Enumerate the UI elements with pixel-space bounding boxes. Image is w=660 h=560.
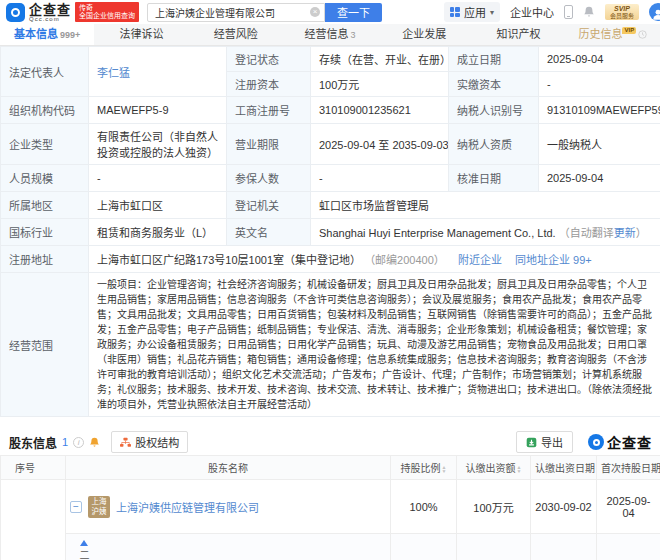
same-address-link[interactable]: 同地址企业 99+ <box>515 254 592 266</box>
scope-label: 经营范围 <box>1 273 89 417</box>
legal-rep-link[interactable]: 李仁猛 <box>97 67 130 79</box>
info-icon[interactable]: i <box>73 437 84 448</box>
taxpayer-id-label: 纳税人识别号 <box>449 97 539 124</box>
promo-line2: 全国企业信用查询 <box>79 12 135 20</box>
section-tab-bar: 基本信息999+ 法律诉讼 经营风险 经营信息3 企业发展 知识产权 历史信息V… <box>0 24 660 46</box>
level-label: 二级股东 <box>76 550 91 560</box>
tab-development[interactable]: 企业发展 <box>377 24 471 45</box>
export-button[interactable]: 导出 <box>516 431 573 453</box>
est-date-value: 2025-09-04 <box>539 47 660 72</box>
col-name: 股东名称 <box>66 456 391 480</box>
sort-amount-icon[interactable]: ▲▼ <box>517 465 522 473</box>
shareholder-ratio: 100% <box>391 480 457 534</box>
tab-ip[interactable]: 知识产权 <box>471 24 565 45</box>
translate-update-link[interactable]: 更新 <box>614 227 636 239</box>
col-amount-label: 认缴出资额 <box>466 463 516 474</box>
approval-date-label: 核准日期 <box>449 165 539 192</box>
sub-shareholder-ratio: 100% <box>391 534 457 560</box>
search-input[interactable] <box>155 7 310 18</box>
clock-icon <box>638 30 647 39</box>
tab-basic-info-badge: 999+ <box>60 30 80 40</box>
org-chart-icon <box>120 437 131 448</box>
export-label: 导出 <box>541 434 563 450</box>
tab-operation-info[interactable]: 经营信息3 <box>283 24 377 45</box>
insured-value: - <box>311 165 449 192</box>
paid-capital-value: - <box>539 72 660 97</box>
sub-shareholder-first-date <box>597 534 660 560</box>
shareholders-title: 股东信息 <box>9 434 57 451</box>
auto-translate-prefix: （自动翻译 <box>559 227 614 239</box>
tab-basic-info[interactable]: 基本信息999+ <box>0 24 94 45</box>
address-cell: 上海市虹口区广纪路173号10层1001室（集中登记地） （邮编200400） … <box>89 246 660 273</box>
taxpayer-quality-label: 纳税人资质 <box>449 124 539 165</box>
op-period-value: 2025-09-04 至 2035-09-03 <box>311 124 449 165</box>
equity-structure-button[interactable]: 股权结构 <box>111 431 188 453</box>
tab-risk-label: 经营风险 <box>214 28 258 40</box>
tab-risk[interactable]: 经营风险 <box>189 24 283 45</box>
op-period-label: 营业期限 <box>227 124 311 165</box>
tab-operation-label: 经营信息 <box>304 28 348 40</box>
search-button[interactable]: 查一下 <box>325 3 382 22</box>
shareholders-count: 1 <box>62 436 68 448</box>
sort-ratio-icon[interactable]: ▲▼ <box>442 465 447 473</box>
insured-label: 参保人数 <box>227 165 311 192</box>
col-first-label: 首次持股日期 <box>601 463 660 474</box>
clear-icon[interactable]: × <box>310 7 320 17</box>
tab-legal[interactable]: 法律诉讼 <box>94 24 188 45</box>
export-icon <box>526 437 537 448</box>
qcc-logo[interactable]: 企查查 Qcc.com <box>6 3 71 22</box>
address-value: 上海市虹口区广纪路173号10层1001室（集中登记地） <box>97 254 361 266</box>
col-date: 认缴出资日期▲▼ <box>531 456 597 480</box>
qcc-watermark-icon <box>588 434 604 450</box>
qcc-watermark-text: 企查查 <box>607 432 652 452</box>
shareholder-date: 2030-09-02 <box>531 480 597 534</box>
staff-size-label: 人员规模 <box>1 165 89 192</box>
apps-menu[interactable]: 应用 ▾ <box>444 2 500 22</box>
col-ratio-label: 持股比例 <box>401 463 441 474</box>
reg-status-value: 存续（在营、开业、在册） <box>311 47 449 72</box>
tab-ip-label: 知识产权 <box>497 28 541 40</box>
tab-history[interactable]: 历史信息VIP <box>566 24 660 45</box>
qcc-watermark: 企查查 <box>588 432 652 452</box>
legal-rep-label: 法定代表人 <box>1 47 89 97</box>
biz-reg-no-label: 工商注册号 <box>227 97 311 124</box>
top-bar: 企查查 Qcc.com 传奇 全国企业信用查询 × 查一下 应用 ▾ 企业中心 … <box>0 0 660 24</box>
reg-capital-label: 注册资本 <box>227 72 311 97</box>
shareholder-row-no: 1 <box>1 480 66 560</box>
svip-member-badge[interactable]: SVIP 会员服务 <box>605 4 639 20</box>
taxpayer-quality-value: 一般纳税人 <box>539 124 660 165</box>
user-avatar[interactable] <box>649 3 660 21</box>
tab-history-label: 历史信息 <box>578 28 622 40</box>
enterprise-center-link[interactable]: 企业中心 <box>510 4 554 20</box>
sub-shareholder-date: 2029-03-13 <box>531 534 597 560</box>
chevron-down-icon: ▾ <box>490 8 494 17</box>
tab-operation-badge: 3 <box>350 30 355 40</box>
collapse-triangle-icon[interactable] <box>80 540 88 546</box>
promo-badge: 传奇 全国企业信用查询 <box>75 2 139 23</box>
paid-capital-label: 实缴资本 <box>449 72 539 97</box>
collapse-box-icon[interactable]: − <box>70 501 82 513</box>
apps-grid-icon <box>450 7 460 17</box>
tab-basic-info-label: 基本信息 <box>14 28 58 40</box>
org-code-value: MAEWEFP5-9 <box>89 97 227 124</box>
staff-size-value: - <box>89 165 227 192</box>
company-logo-badge: 上海 沪姨 <box>88 496 110 518</box>
region-label: 所属地区 <box>1 192 89 219</box>
org-code-label: 组织机构代码 <box>1 97 89 124</box>
nearby-companies-link[interactable]: 附近企业 <box>458 254 502 266</box>
monitor-bell-icon[interactable] <box>89 437 100 448</box>
address-postcode: （邮编200400） <box>364 254 445 266</box>
col-amount: 认缴出资额▲▼ <box>457 456 531 480</box>
notifications-bell-icon[interactable] <box>583 6 595 18</box>
col-first: 首次持股日期▲▼ <box>597 456 660 480</box>
sub-shareholder-amount: 1000万元 <box>457 534 531 560</box>
promo-line1: 传奇 <box>79 4 135 12</box>
shareholders-table: 序号 股东名称 持股比例▲▼ 认缴出资额▲▼ 认缴出资日期▲▼ 首次持股日期▲▼… <box>0 455 660 560</box>
company-type-value: 有限责任公司（非自然人投资或控股的法人独资） <box>89 124 227 165</box>
mobile-app-icon[interactable] <box>564 5 573 19</box>
col-ratio: 持股比例▲▼ <box>391 456 457 480</box>
english-name-label: 英文名 <box>227 219 311 246</box>
biz-reg-no-value: 310109001235621 <box>311 97 449 124</box>
shareholder-company-link[interactable]: 上海沪姨供应链管理有限公司 <box>116 499 259 515</box>
approval-date-value: 2025-09-04 <box>539 165 660 192</box>
